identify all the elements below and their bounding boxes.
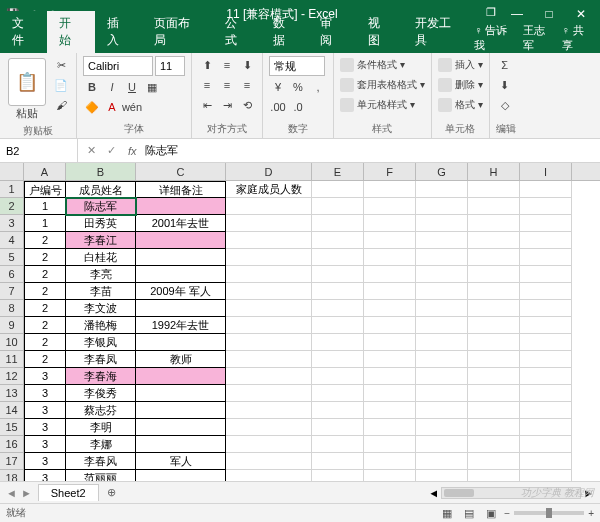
formula-input[interactable]: 陈志军	[141, 143, 600, 158]
cell[interactable]	[468, 385, 520, 402]
cell[interactable]: 2	[24, 300, 66, 317]
cell[interactable]	[136, 266, 226, 283]
row-header[interactable]: 18	[0, 470, 24, 481]
cell[interactable]	[312, 181, 364, 198]
row-header[interactable]: 4	[0, 232, 24, 249]
cell[interactable]: 详细备注	[136, 181, 226, 198]
cell[interactable]: 3	[24, 402, 66, 419]
cell[interactable]: 家庭成员人数	[226, 181, 312, 198]
cell[interactable]: 潘艳梅	[66, 317, 136, 334]
cell[interactable]	[364, 453, 416, 470]
cell[interactable]: 3	[24, 453, 66, 470]
cell[interactable]	[226, 419, 312, 436]
column-header[interactable]: C	[136, 163, 226, 180]
cell[interactable]	[520, 453, 572, 470]
underline-button[interactable]: U	[123, 78, 141, 96]
cell[interactable]: 2	[24, 317, 66, 334]
cell[interactable]: 2	[24, 351, 66, 368]
cell[interactable]	[416, 317, 468, 334]
column-header[interactable]: B	[66, 163, 136, 180]
paste-button[interactable]: 📋 粘贴	[6, 56, 48, 123]
cell[interactable]: 3	[24, 368, 66, 385]
column-header[interactable]: A	[24, 163, 66, 180]
cell[interactable]	[364, 402, 416, 419]
cell[interactable]: 李文波	[66, 300, 136, 317]
cell[interactable]	[520, 419, 572, 436]
cell[interactable]	[520, 436, 572, 453]
cell[interactable]	[416, 300, 468, 317]
cell[interactable]	[468, 317, 520, 334]
tab-formulas[interactable]: 公式	[213, 11, 260, 53]
cell[interactable]	[416, 453, 468, 470]
cell[interactable]	[312, 232, 364, 249]
cell[interactable]	[364, 368, 416, 385]
cell[interactable]	[364, 419, 416, 436]
indent-increase-icon[interactable]: ⇥	[218, 96, 236, 114]
cell[interactable]	[416, 470, 468, 481]
add-sheet-button[interactable]: ⊕	[99, 486, 124, 499]
sheet-nav-prev-icon[interactable]: ◄	[6, 487, 17, 499]
cell[interactable]: 2	[24, 334, 66, 351]
cell[interactable]	[468, 181, 520, 198]
cell[interactable]	[520, 283, 572, 300]
cell[interactable]	[468, 334, 520, 351]
row-header[interactable]: 17	[0, 453, 24, 470]
cell[interactable]	[364, 283, 416, 300]
cell[interactable]	[226, 215, 312, 232]
cell[interactable]	[226, 470, 312, 481]
cell[interactable]: 2	[24, 283, 66, 300]
cell[interactable]	[226, 453, 312, 470]
row-header[interactable]: 11	[0, 351, 24, 368]
cell[interactable]: 1	[24, 215, 66, 232]
row-header[interactable]: 5	[0, 249, 24, 266]
align-middle-icon[interactable]: ≡	[218, 56, 236, 74]
cell[interactable]	[312, 317, 364, 334]
cell[interactable]: 李春凤	[66, 351, 136, 368]
cell[interactable]	[520, 351, 572, 368]
tab-data[interactable]: 数据	[261, 11, 308, 53]
cell[interactable]	[416, 215, 468, 232]
column-header[interactable]: F	[364, 163, 416, 180]
cell[interactable]	[468, 249, 520, 266]
cell[interactable]	[226, 317, 312, 334]
row-header[interactable]: 6	[0, 266, 24, 283]
cell[interactable]: 范丽丽	[66, 470, 136, 481]
row-header[interactable]: 16	[0, 436, 24, 453]
cell[interactable]	[416, 266, 468, 283]
spreadsheet-grid[interactable]: ABCDEFGHI 1户编号成员姓名详细备注家庭成员人数21陈志军31田秀英20…	[0, 163, 600, 481]
cell[interactable]: 李亮	[66, 266, 136, 283]
border-button[interactable]: ▦	[143, 78, 161, 96]
cell[interactable]	[136, 470, 226, 481]
select-all-corner[interactable]	[0, 163, 24, 180]
cell[interactable]	[312, 300, 364, 317]
row-header[interactable]: 1	[0, 181, 24, 198]
tab-view[interactable]: 视图	[356, 11, 403, 53]
cell[interactable]	[468, 436, 520, 453]
cell[interactable]	[416, 181, 468, 198]
cell[interactable]: 军人	[136, 453, 226, 470]
delete-cells-button[interactable]: 删除 ▾	[438, 76, 483, 94]
format-cells-button[interactable]: 格式 ▾	[438, 96, 483, 114]
cell[interactable]	[136, 436, 226, 453]
copy-icon[interactable]: 📄	[52, 76, 70, 94]
maximize-button[interactable]: □	[534, 3, 564, 25]
cell[interactable]	[312, 266, 364, 283]
cell[interactable]	[364, 266, 416, 283]
share-button[interactable]: ♀ 共享	[562, 23, 594, 53]
name-box[interactable]: B2	[0, 139, 78, 162]
cell[interactable]	[364, 181, 416, 198]
cell[interactable]	[468, 283, 520, 300]
cell[interactable]: 李春江	[66, 232, 136, 249]
cell[interactable]	[136, 198, 226, 215]
cell[interactable]	[520, 232, 572, 249]
decrease-decimal-icon[interactable]: .0	[289, 98, 307, 116]
cell[interactable]: 李明	[66, 419, 136, 436]
cell[interactable]	[312, 351, 364, 368]
cell[interactable]	[468, 215, 520, 232]
cell[interactable]	[416, 351, 468, 368]
cell[interactable]	[136, 334, 226, 351]
cell[interactable]	[468, 232, 520, 249]
cell[interactable]	[364, 198, 416, 215]
cell[interactable]	[364, 436, 416, 453]
tab-home[interactable]: 开始	[47, 11, 94, 53]
